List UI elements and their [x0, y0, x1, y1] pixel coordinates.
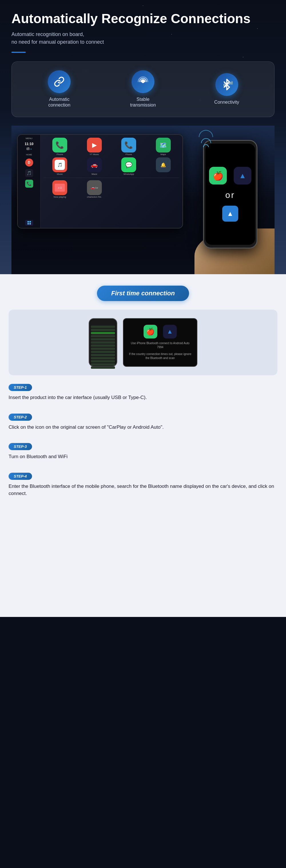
step-3-badge: STEP-3 — [8, 443, 32, 450]
wifi-signal-arcs — [199, 130, 213, 148]
first-time-badge: First time connection — [97, 286, 189, 301]
subtitle: Automatic recognition on board, no need … — [11, 31, 275, 46]
feature-label-transmission: Stable transmission — [130, 97, 156, 108]
accent-line — [11, 52, 26, 53]
feature-item-connection: Automatic connection — [18, 70, 101, 108]
step-4-text: Enter the Bluetooth interface of the mob… — [8, 483, 278, 497]
first-time-header: First time connection — [8, 286, 278, 301]
step-1-badge: STEP-1 — [8, 384, 32, 391]
connectivity-icon: ⊛ wifi — [216, 73, 238, 96]
phone-device: 🍎 ▲ or ▲ — [203, 140, 257, 248]
step-3-text: Turn on Bluetooth and WiFi — [8, 453, 278, 460]
device-preview-card: 🍎 ▲ Use iPhone Bluetooth connect to Andr… — [8, 310, 278, 375]
phone-rows — [91, 326, 115, 369]
screen-preview-subtext: If the country connection times out, ple… — [128, 352, 193, 360]
connection-icon — [48, 70, 70, 93]
step-2-badge: STEP-2 — [8, 413, 32, 421]
step-4-item: STEP-4 Enter the Bluetooth interface of … — [8, 473, 278, 503]
svg-text:wifi: wifi — [227, 80, 232, 86]
car-background: MENU 11:10 ⌖ HOME D — [11, 126, 275, 274]
app-grid: 📞 Phone ▶ YT Music 📞 Phone 🗺️ — [40, 135, 182, 228]
bottom-section: First time connection — [0, 274, 286, 617]
step-4-badge: STEP-4 — [8, 473, 32, 480]
menu-label: MENU — [26, 137, 33, 140]
screen-preview: 🍎 ▲ Use iPhone Bluetooth connect to Andr… — [123, 318, 197, 367]
step-3-item: STEP-3 Turn on Bluetooth and WiFi — [8, 443, 278, 466]
step-1-item: STEP-1 Insert the product into the car i… — [8, 384, 278, 407]
page-title: Automatically Recognize Connections — [11, 11, 275, 26]
or-text: or — [225, 190, 235, 200]
screen-preview-icons: 🍎 ▲ — [144, 325, 177, 338]
feature-item-transmission: Stable transmission — [101, 70, 185, 108]
phone-preview — [89, 318, 117, 367]
steps-container: STEP-1 Insert the product into the car i… — [8, 384, 278, 508]
home-label: HOME — [26, 154, 32, 156]
time-display: 11:10 — [25, 142, 33, 146]
feature-label-connectivity: Connectivity — [214, 99, 239, 105]
step-2-item: STEP-2 Click on the icon on the original… — [8, 413, 278, 437]
svg-point-0 — [142, 80, 144, 83]
step-2-text: Click on the icon on the original car sc… — [8, 424, 278, 431]
dashboard-screen: MENU 11:10 ⌖ HOME D — [17, 134, 183, 228]
transmission-icon — [132, 70, 154, 93]
feature-item-connectivity: ⊛ wifi Connectivity — [185, 73, 268, 105]
top-section: Automatically Recognize Connections Auto… — [0, 0, 286, 274]
feature-label-connection: Automatic connection — [48, 97, 70, 108]
car-section: MENU 11:10 ⌖ HOME D — [11, 126, 275, 274]
phone-app-icons: 🍎 ▲ — [209, 167, 251, 185]
screen-preview-text: Use iPhone Bluetooth connect to Android … — [128, 341, 193, 349]
sidebar-panel: MENU 11:10 ⌖ HOME D — [18, 135, 40, 228]
feature-card: Automatic connection Stable transmission — [11, 61, 275, 117]
step-1-text: Insert the product into the car interfac… — [8, 394, 278, 401]
